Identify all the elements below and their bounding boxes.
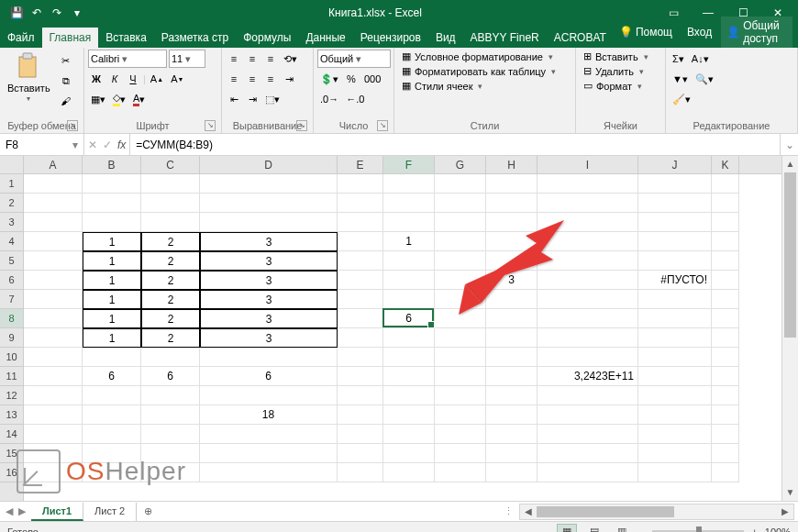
cell[interactable]: [435, 309, 486, 328]
cell[interactable]: 1: [383, 232, 435, 251]
cell[interactable]: 3: [200, 271, 338, 290]
cell[interactable]: [24, 290, 83, 309]
row-header[interactable]: 7: [0, 290, 23, 309]
underline-button[interactable]: Ч: [125, 70, 141, 88]
column-header[interactable]: B: [83, 156, 141, 173]
cell[interactable]: [24, 328, 83, 348]
cell[interactable]: [712, 425, 739, 444]
cell[interactable]: [486, 405, 538, 425]
font-name-combo[interactable]: Calibri▾: [88, 50, 167, 68]
cell[interactable]: [435, 444, 486, 463]
tab-формулы[interactable]: Формулы: [236, 28, 298, 48]
cell[interactable]: [712, 251, 739, 271]
cell[interactable]: [712, 174, 739, 194]
autosum-icon[interactable]: Σ▾: [670, 50, 687, 68]
cell[interactable]: [538, 251, 638, 271]
cell[interactable]: [83, 348, 141, 367]
row-header[interactable]: 9: [0, 328, 23, 348]
cell[interactable]: [486, 463, 538, 482]
column-header[interactable]: D: [200, 156, 338, 173]
cell[interactable]: [383, 174, 435, 194]
formula-input[interactable]: =СУММ(B4:B9): [130, 134, 780, 155]
cell[interactable]: [435, 348, 486, 367]
increase-indent-icon[interactable]: ⇥: [244, 90, 260, 108]
cell[interactable]: [638, 213, 712, 232]
cell[interactable]: [200, 463, 338, 482]
column-header[interactable]: C: [141, 156, 200, 173]
cell[interactable]: [200, 213, 338, 232]
cell[interactable]: [200, 425, 338, 444]
cell[interactable]: [638, 348, 712, 367]
cell[interactable]: 2: [141, 309, 200, 328]
sign-in[interactable]: Вход: [682, 23, 717, 41]
cell[interactable]: [141, 386, 200, 405]
cell[interactable]: [338, 367, 383, 386]
cell[interactable]: [338, 213, 383, 232]
align-center-icon[interactable]: ≡: [244, 70, 260, 88]
cell[interactable]: [383, 271, 435, 290]
cell[interactable]: 1: [83, 309, 141, 328]
cell[interactable]: [486, 367, 538, 386]
fill-color-icon[interactable]: ◇▾: [110, 90, 128, 108]
percent-icon[interactable]: %: [343, 70, 360, 88]
cell[interactable]: [141, 405, 200, 425]
align-right-icon[interactable]: ≡: [262, 70, 279, 88]
format-as-table-button[interactable]: ▦Форматировать как таблицу▾: [398, 64, 571, 78]
number-format-combo[interactable]: Общий▾: [317, 50, 391, 68]
cell[interactable]: [338, 232, 383, 251]
cell[interactable]: [24, 367, 83, 386]
row-header[interactable]: 1: [0, 174, 23, 194]
cell[interactable]: [538, 386, 638, 405]
cell[interactable]: [338, 271, 383, 290]
cell[interactable]: [712, 386, 739, 405]
cell[interactable]: 1: [83, 232, 141, 251]
view-normal-icon[interactable]: ▦: [557, 524, 577, 533]
tab-вид[interactable]: Вид: [428, 28, 463, 48]
accept-formula-icon[interactable]: ✓: [103, 139, 112, 151]
cell[interactable]: [538, 444, 638, 463]
cell[interactable]: [24, 232, 83, 251]
orientation-icon[interactable]: ⟲▾: [281, 50, 300, 68]
tab-рецензиров[interactable]: Рецензиров: [353, 28, 428, 48]
tab-вставка[interactable]: Вставка: [98, 28, 154, 48]
undo-icon[interactable]: ↶: [28, 4, 46, 22]
cell[interactable]: 2: [141, 290, 200, 309]
cell[interactable]: [141, 463, 200, 482]
cell[interactable]: [24, 271, 83, 290]
cell[interactable]: 6: [200, 367, 338, 386]
cell[interactable]: [24, 386, 83, 405]
cell[interactable]: 2: [141, 232, 200, 251]
cell[interactable]: [383, 251, 435, 271]
cell[interactable]: [638, 386, 712, 405]
column-header[interactable]: E: [338, 156, 383, 173]
cell[interactable]: [383, 290, 435, 309]
decrease-decimal-icon[interactable]: ←.0: [343, 90, 367, 108]
cell[interactable]: [712, 271, 739, 290]
cell[interactable]: [435, 463, 486, 482]
accounting-icon[interactable]: 💲▾: [317, 70, 341, 88]
cell[interactable]: 2: [141, 271, 200, 290]
cell[interactable]: [538, 328, 638, 348]
cell[interactable]: [486, 328, 538, 348]
column-header[interactable]: I: [538, 156, 638, 173]
cell[interactable]: [712, 213, 739, 232]
font-color-icon[interactable]: A▾: [130, 90, 148, 108]
cell[interactable]: [638, 328, 712, 348]
cell[interactable]: [200, 174, 338, 194]
cell[interactable]: 3: [486, 271, 538, 290]
cell[interactable]: 18: [200, 405, 338, 425]
sheet-nav-prev-icon[interactable]: ◀: [6, 505, 13, 517]
row-header[interactable]: 11: [0, 367, 23, 386]
cell[interactable]: [486, 251, 538, 271]
cell[interactable]: [638, 367, 712, 386]
cell[interactable]: [486, 213, 538, 232]
cell[interactable]: [338, 348, 383, 367]
cell[interactable]: [83, 405, 141, 425]
cell[interactable]: 1: [83, 271, 141, 290]
vertical-scroll-thumb[interactable]: [784, 172, 796, 338]
cell[interactable]: 2: [141, 328, 200, 348]
cell[interactable]: [383, 463, 435, 482]
cell[interactable]: [435, 328, 486, 348]
cell[interactable]: [383, 405, 435, 425]
tab-данные[interactable]: Данные: [298, 28, 352, 48]
